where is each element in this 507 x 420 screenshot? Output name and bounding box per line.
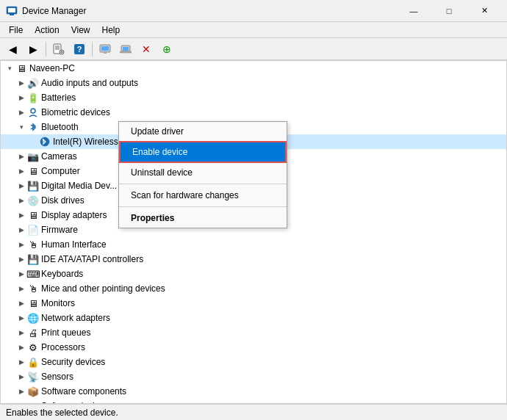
human-interface-expand-icon: ▶: [15, 239, 27, 250]
bluetooth-label: Bluetooth: [41, 122, 79, 132]
context-enable-device[interactable]: Enable device: [119, 141, 287, 163]
svg-point-18: [31, 109, 35, 113]
network-expand-icon: ▶: [15, 312, 27, 324]
cameras-icon: 📷: [27, 151, 39, 162]
context-properties[interactable]: Properties: [119, 209, 287, 228]
tree-item-network[interactable]: ▶ 🌐 Network adapters: [1, 311, 506, 325]
disk-label: Disk drives: [41, 195, 84, 206]
menu-help[interactable]: Help: [96, 23, 126, 37]
context-scan-hardware[interactable]: Scan for hardware changes: [119, 186, 287, 205]
biometric-label: Biometric devices: [41, 107, 110, 117]
monitors-label: Monitors: [41, 298, 75, 308]
svg-rect-16: [123, 47, 129, 51]
print-expand-icon: ▶: [15, 327, 27, 338]
minimize-button[interactable]: —: [397, 0, 431, 22]
tree-item-security[interactable]: ▶ 🔒 Security devices: [1, 355, 506, 369]
monitor-button[interactable]: [96, 40, 115, 58]
tree-item-audio[interactable]: ▶ 🔊 Audio inputs and outputs: [1, 76, 506, 90]
tree-item-biometric[interactable]: ▶ Biometric devices: [1, 105, 506, 120]
context-menu: Update driver Enable device Uninstall de…: [118, 121, 287, 228]
display-icon: 🖥: [27, 209, 39, 221]
sensors-expand-icon: ▶: [15, 371, 27, 383]
human-interface-icon: 🖱: [27, 239, 39, 250]
digital-media-icon: 💾: [27, 180, 39, 192]
firmware-icon: 📄: [27, 224, 39, 236]
network-icon: 🌐: [27, 312, 39, 324]
audio-expand-icon: ▶: [15, 77, 27, 89]
tree-item-software-devices[interactable]: ▶ 💻 Software devices: [1, 399, 506, 404]
audio-label: Audio inputs and outputs: [41, 78, 138, 88]
delete-button[interactable]: ✕: [137, 40, 156, 58]
digital-media-expand-icon: ▶: [15, 180, 27, 192]
monitors-icon: 🖥: [27, 297, 39, 309]
processors-icon: ⚙: [27, 341, 39, 353]
svg-rect-14: [104, 52, 107, 54]
software-components-expand-icon: ▶: [15, 385, 27, 397]
mice-label: Mice and other pointing devices: [41, 283, 165, 294]
tree-item-keyboards[interactable]: ▶ ⌨ Keyboards: [1, 267, 506, 281]
monitors-expand-icon: ▶: [15, 297, 27, 309]
tree-item-sensors[interactable]: ▶ 📡 Sensors: [1, 369, 506, 384]
status-text: Enables the selected device.: [6, 408, 118, 418]
audio-icon: 🔊: [27, 77, 39, 89]
cameras-label: Cameras: [41, 151, 77, 162]
back-button[interactable]: ◀: [3, 40, 22, 58]
forward-button[interactable]: ▶: [24, 40, 43, 58]
tree-item-monitors[interactable]: ▶ 🖥 Monitors: [1, 296, 506, 311]
window-controls: — □ ✕: [397, 0, 501, 22]
digital-media-label: Digital Media Dev...: [41, 181, 117, 191]
software-devices-expand-icon: ▶: [15, 400, 27, 404]
properties-button[interactable]: [49, 40, 68, 58]
ide-label: IDE ATA/ATAPI controllers: [41, 254, 143, 264]
tree-item-processors[interactable]: ▶ ⚙ Processors: [1, 340, 506, 355]
mice-icon: 🖱: [27, 283, 39, 294]
intel-bt-expand-icon: [27, 136, 39, 148]
maximize-button[interactable]: □: [432, 0, 466, 22]
disk-expand-icon: ▶: [15, 195, 27, 206]
sensors-label: Sensors: [41, 372, 73, 382]
tree-item-software-components[interactable]: ▶ 📦 Software components: [1, 384, 506, 399]
svg-text:?: ?: [77, 45, 82, 54]
menu-action[interactable]: Action: [29, 23, 65, 37]
security-label: Security devices: [41, 357, 105, 367]
ide-icon: 💾: [27, 253, 39, 265]
batteries-label: Batteries: [41, 93, 76, 103]
tree-item-ide[interactable]: ▶ 💾 IDE ATA/ATAPI controllers: [1, 252, 506, 267]
display-expand-icon: ▶: [15, 209, 27, 221]
close-button[interactable]: ✕: [467, 0, 501, 22]
tree-item-mice[interactable]: ▶ 🖱 Mice and other pointing devices: [1, 281, 506, 296]
ide-expand-icon: ▶: [15, 253, 27, 265]
context-uninstall-device[interactable]: Uninstall device: [119, 163, 287, 182]
svg-rect-1: [8, 8, 15, 12]
menu-view[interactable]: View: [65, 23, 96, 37]
biometric-icon: [27, 106, 39, 118]
context-separator: [119, 184, 287, 184]
context-separator-2: [119, 206, 287, 207]
batteries-expand-icon: ▶: [15, 92, 27, 104]
display-label: Display adapters: [41, 210, 107, 220]
menu-file[interactable]: File: [3, 23, 29, 37]
tree-item-human-interface[interactable]: ▶ 🖱 Human Interface: [1, 237, 506, 252]
sensors-icon: 📡: [27, 371, 39, 383]
help-button[interactable]: ?: [70, 40, 89, 58]
software-components-icon: 📦: [27, 385, 39, 397]
biometric-expand-icon: ▶: [15, 106, 27, 118]
scan-button[interactable]: ⊕: [157, 40, 176, 58]
laptop-button[interactable]: [116, 40, 135, 58]
svg-rect-2: [10, 14, 14, 15]
device-tree[interactable]: ▾ 🖥 Naveen-PC ▶ 🔊 Audio inputs and outpu…: [0, 60, 507, 404]
tree-item-batteries[interactable]: ▶ 🔋 Batteries: [1, 90, 506, 105]
root-expand-icon: ▾: [4, 62, 15, 74]
software-devices-label: Software devices: [41, 401, 108, 404]
tree-item-print[interactable]: ▶ 🖨 Print queues: [1, 325, 506, 340]
context-update-driver[interactable]: Update driver: [119, 122, 287, 141]
root-computer-icon: 🖥: [15, 62, 27, 74]
processors-expand-icon: ▶: [15, 341, 27, 353]
status-bar: Enables the selected device.: [0, 404, 507, 420]
tree-root[interactable]: ▾ 🖥 Naveen-PC: [1, 61, 506, 76]
toolbar-separator-1: [46, 42, 46, 57]
svg-rect-13: [101, 46, 109, 51]
toolbar: ◀ ▶ ? ✕ ⊕: [0, 38, 507, 60]
keyboards-icon: ⌨: [27, 268, 39, 280]
computer-expand-icon: ▶: [15, 165, 27, 177]
